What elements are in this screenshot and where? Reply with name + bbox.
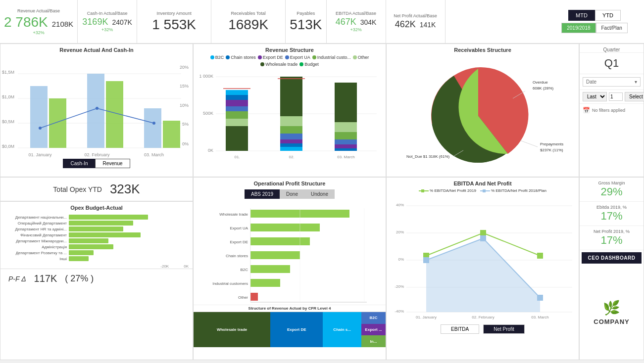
legend-chain: Chain stores — [226, 55, 256, 60]
date-section: Date ▾ — [580, 74, 644, 90]
pf-row: P-F Δ 117K ( 27% ) — [0, 269, 193, 288]
company-leaf-icon: 🌿 — [603, 300, 620, 316]
opex-chart-title: Opex Budget-Actual — [0, 202, 193, 212]
svg-text:20%: 20% — [396, 230, 404, 234]
svg-text:Industrial customers: Industrial customers — [212, 281, 248, 286]
kpi-recv-value: 1689K — [228, 17, 268, 33]
kpi-bar: Revenue Actual/Base 2 786K 2108K +32% Ca… — [0, 0, 644, 44]
undone-btn[interactable]: Undone — [304, 189, 335, 199]
svg-rect-104 — [537, 253, 543, 259]
ebitda-pct-label: Ebitda 2019, % — [582, 205, 642, 210]
ebitda-legend-2019-label: % EBITDA/Net Profit 2019 — [430, 188, 476, 193]
net-profit-btn[interactable]: Net Profit — [483, 324, 525, 334]
kpi-ebitda-pct: +32% — [350, 27, 361, 32]
opex-dept-4: Фінансовий Департамент — [4, 232, 189, 237]
last-dropdown[interactable]: Last — [583, 92, 607, 101]
svg-text:$237K (11%): $237K (11%) — [540, 148, 563, 152]
quarter-value: Q1 — [580, 53, 644, 74]
kpi-revenue-base: 2108K — [52, 20, 73, 28]
ops-title: Operational Profit Structure — [194, 178, 386, 187]
svg-text:Not_Due $1 318K (61%): Not_Due $1 318K (61%) — [406, 154, 450, 159]
rev-struct-legend: B2C Chain stores Export DE Export UA Ind… — [194, 54, 386, 68]
svg-text:608K (28%): 608K (28%) — [533, 86, 554, 91]
recv-pie-chart: Overdue 608K (28%) Prepayments $237K (11… — [387, 54, 579, 170]
date-header[interactable]: Date ▾ — [583, 77, 641, 87]
opex-dept-5: Департамент Міжнародни... — [4, 238, 189, 243]
svg-rect-45 — [280, 147, 302, 151]
year-compare-button[interactable]: 2019/2018 — [561, 23, 595, 33]
revenue-toggle-btn[interactable]: Revenue — [95, 159, 130, 168]
svg-text:02. February: 02. February — [472, 315, 494, 319]
svg-rect-90 — [483, 189, 486, 192]
rev-cashin-title: Revenue Actual And Cash-In — [0, 44, 193, 54]
kpi-netprofit-label: Net Profit Actual/Base — [394, 13, 437, 18]
recv-panel: Receivables Structure — [386, 44, 579, 177]
right-panel-bottom: Gross Margin 29% Ebitda 2019, % 17% Net … — [579, 177, 644, 360]
fact-plan-button[interactable]: Fact/Plan — [596, 23, 628, 33]
abs-toggle[interactable]: ABS 2019 Done Undone — [194, 189, 386, 199]
last-value-input[interactable] — [609, 92, 623, 101]
mtd-button[interactable]: MTD — [568, 10, 595, 21]
select-dropdown[interactable]: Select — [625, 92, 644, 101]
svg-rect-44 — [280, 143, 302, 147]
mtd-ytd-toggle[interactable]: MTD YTD — [568, 10, 621, 21]
kpi-ebitda-actual: 467K — [336, 17, 356, 27]
gross-margin-label: Gross Margin — [582, 181, 642, 185]
svg-rect-43 — [280, 139, 302, 143]
kpi-cashin-base: 2407K — [112, 18, 132, 26]
svg-rect-74 — [250, 224, 320, 231]
rev-struct-title: Revenue Structure — [194, 44, 386, 54]
ebitda-btn-row[interactable]: EBITDA Net Profit — [389, 324, 577, 334]
kpi-ebitda-label: EBITDA Actual/Base — [336, 11, 376, 16]
no-filter-row: 📅 No filters applied — [580, 104, 644, 117]
ebitda-legend-2019: % EBITDA/Net Profit 2019 — [419, 188, 476, 193]
svg-text:$1,5M: $1,5M — [2, 70, 14, 75]
rev-toggle[interactable]: Cash-In Revenue — [0, 159, 193, 168]
ebitda-legend-2018-label: % EBITDA/Net Profit 2018/Plan — [491, 188, 546, 193]
treemap-title: Structure of Revenue Actual by CFR Level… — [194, 305, 386, 312]
revenue-cashin-panel: Revenue Actual And Cash-In $1,5M $1,0M $… — [0, 44, 193, 177]
gross-margin-value: 29% — [582, 185, 642, 198]
recv-title: Receivables Structure — [387, 44, 579, 54]
svg-rect-107 — [537, 295, 543, 301]
svg-rect-103 — [480, 230, 486, 236]
cashin-toggle-btn[interactable]: Cash-In — [63, 159, 95, 168]
ebitda-pct-item: Ebitda 2019, % 17% — [580, 202, 644, 226]
year-toggle[interactable]: 2019/2018 Fact/Plan — [561, 23, 628, 33]
svg-text:Export DE: Export DE — [230, 240, 248, 244]
opex-dept-7: Департамент Розвитку та ... — [4, 250, 189, 255]
svg-rect-88 — [421, 189, 424, 192]
ebitda-title: EBITDA And Net Profit — [387, 178, 579, 187]
svg-rect-48 — [335, 122, 357, 132]
ytd-button[interactable]: YTD — [595, 10, 621, 21]
treemap-right: B2C Export ... In... — [361, 312, 386, 347]
opex-dept-1: Департамент національни... — [4, 215, 189, 220]
done-btn[interactable]: Done — [280, 189, 304, 199]
svg-text:$1,0M: $1,0M — [2, 94, 14, 99]
legend-budget: Budget — [299, 62, 319, 67]
svg-rect-77 — [250, 265, 290, 273]
svg-text:-20%: -20% — [395, 284, 404, 289]
svg-text:1 000K: 1 000K — [199, 74, 213, 79]
svg-rect-75 — [250, 237, 310, 245]
kpi-recv: Receivables Total 1689K — [211, 0, 286, 43]
svg-rect-52 — [335, 148, 357, 151]
treemap-wholesale: Wholesale trade — [194, 312, 270, 347]
svg-rect-105 — [423, 257, 429, 263]
svg-rect-40 — [280, 116, 302, 126]
ceo-badge: CEO DASHBOARD — [582, 252, 642, 264]
svg-text:0%: 0% — [398, 257, 404, 262]
svg-text:$0,5M: $0,5M — [2, 119, 14, 124]
kpi-inventory-label: Inventory Amount — [157, 11, 192, 16]
calendar-icon: 📅 — [583, 107, 590, 114]
ebitda-pct-value: 17% — [582, 210, 642, 223]
net-profit-pct-label: Net Profit 2019, % — [582, 229, 642, 234]
svg-text:03. March: 03. March — [144, 152, 164, 157]
date-label: Date — [586, 79, 596, 85]
svg-text:01. January: 01. January — [28, 152, 52, 157]
abs-2019-btn[interactable]: ABS 2019 — [245, 189, 280, 199]
rev-struct-panel: Revenue Structure B2C Chain stores Expor… — [193, 44, 386, 177]
ebitda-btn[interactable]: EBITDA — [441, 324, 479, 334]
chevron-down-icon: ▾ — [635, 79, 637, 85]
svg-rect-49 — [335, 132, 357, 139]
